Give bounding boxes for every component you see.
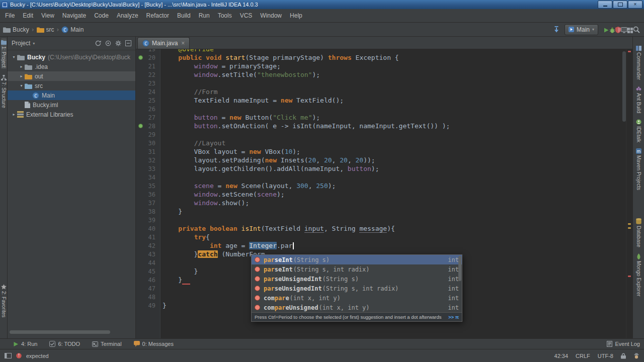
code-text: button = new Button("Click me");	[160, 114, 320, 121]
toolwindow-toggle-icon[interactable]	[5, 353, 12, 358]
tool-button-event-log[interactable]: Event Log	[607, 341, 640, 347]
warning-mark[interactable]	[628, 223, 631, 225]
warning-mark[interactable]	[628, 227, 631, 229]
gutter-line-24: 24	[136, 88, 160, 96]
gutter-line-26: 26	[136, 106, 160, 113]
gutter-line-49: 49	[136, 302, 160, 309]
completion-name: compareUnsigned	[264, 304, 318, 311]
tree-item-main[interactable]: CMain	[8, 90, 135, 100]
editor-tab-main-java[interactable]: C Main.java ×	[137, 37, 190, 49]
completion-item-compareunsigned[interactable]: compareUnsigned(int x, int y)int	[252, 303, 462, 312]
menu-item-analyze[interactable]: Analyze	[113, 10, 142, 21]
line-ending-indicator[interactable]: CRLF	[576, 353, 590, 359]
menu-item-run[interactable]: Run	[195, 10, 214, 21]
svg-text:m: m	[636, 149, 640, 154]
menu-item-refactor[interactable]: Refactor	[142, 10, 173, 21]
completion-hint-link[interactable]: >> π	[445, 314, 459, 320]
completion-item-parseint[interactable]: parseInt(String s, int radix)int	[252, 264, 462, 274]
tree-item-idea[interactable]: ▸.idea	[8, 62, 135, 71]
tool-button-1-project[interactable]: 1: Project	[1, 38, 7, 69]
tool-button-7-structure[interactable]: 7: Structure	[1, 75, 7, 108]
maximize-button[interactable]	[613, 1, 627, 9]
menu-item-code[interactable]: Code	[90, 10, 113, 21]
menu-item-window[interactable]: Window	[256, 10, 286, 21]
tool-button-database[interactable]: Database	[636, 218, 641, 247]
line-number: 24	[148, 88, 155, 96]
editor[interactable]: 19 @Override20 public void start(Stage p…	[136, 49, 632, 338]
line-number: 25	[148, 97, 155, 104]
editor-tab-label: Main.java	[152, 40, 178, 47]
tool-button-commander[interactable]: Commander	[636, 46, 641, 80]
project-panel-locate-button[interactable]	[105, 40, 111, 46]
menu-item-vcs[interactable]: VCS	[236, 10, 257, 21]
tool-button-6-todo[interactable]: 6: TODO	[49, 341, 80, 347]
tree-item-src[interactable]: ▾src	[8, 81, 135, 90]
menu-item-navigate[interactable]: Navigate	[58, 10, 90, 21]
tree-expanded-arrow-icon[interactable]: ▾	[18, 83, 25, 88]
minimize-button[interactable]	[598, 1, 612, 9]
tool-button-4-run[interactable]: 4: Run	[13, 341, 37, 347]
method-icon	[255, 295, 260, 301]
tool-button-0-messages[interactable]: 0: Messages	[134, 341, 174, 347]
tool-button-label: Ant Build	[636, 93, 641, 113]
menu-item-build[interactable]: Build	[173, 10, 195, 21]
toolbar-button-search[interactable]	[633, 26, 640, 33]
menu-item-edit[interactable]: Edit	[19, 10, 37, 21]
breadcrumb-item-src[interactable]: src	[37, 26, 54, 33]
tool-button-terminal[interactable]: Terminal	[92, 341, 122, 347]
tool-button-idetalk[interactable]: IDEtalk	[636, 119, 641, 142]
menu-item-help[interactable]: Help	[286, 10, 306, 21]
breadcrumb-item-main[interactable]: CMain	[61, 26, 84, 33]
menu-item-view[interactable]: View	[37, 10, 58, 21]
gutter-line-37: 37	[136, 200, 160, 207]
gutter-marker-icon[interactable]	[138, 124, 143, 128]
project-panel-refresh-button[interactable]	[95, 40, 101, 46]
error-stripe[interactable]	[626, 49, 632, 338]
completion-item-parseint[interactable]: parseInt(String s)int	[252, 255, 462, 264]
toolbar-button-vcs-update[interactable]	[553, 26, 559, 33]
tool-button-maven-projects[interactable]: mMaven Projects	[636, 148, 641, 190]
editor-scrollbar[interactable]	[622, 51, 626, 122]
tree-collapsed-arrow-icon[interactable]: ▸	[18, 64, 25, 69]
chevron-down-icon: ▾	[33, 41, 35, 46]
project-panel-collapse-button[interactable]	[125, 40, 131, 46]
toolbar-button-debug-bug[interactable]	[609, 27, 615, 33]
line-number: 22	[148, 71, 155, 78]
tool-button-2-favorites[interactable]: 2: Favorites	[1, 284, 7, 317]
tree-item-bucky[interactable]: ▾Bucky(C:\Users\Bucky\Desktop\Buck	[8, 52, 135, 62]
completion-item-compare[interactable]: compare(int x, int y)int	[252, 293, 462, 303]
run-configuration-select[interactable]: Main ▾	[565, 24, 598, 35]
lock-icon[interactable]	[621, 353, 626, 359]
error-mark[interactable]	[628, 276, 631, 277]
gutter-marker-icon[interactable]	[138, 55, 143, 60]
completion-item-parseunsignedint[interactable]: parseUnsignedInt(String s)int	[252, 274, 462, 284]
line-number: 19	[148, 49, 155, 53]
completion-item-parseunsignedint[interactable]: parseUnsignedInt(String s, int radix)int	[252, 284, 462, 293]
close-tab-icon[interactable]: ×	[181, 40, 185, 47]
tree-item-out[interactable]: ▸out	[8, 71, 135, 81]
event-log-label: Event Log	[615, 341, 640, 347]
tree-collapsed-arrow-icon[interactable]: ▸	[11, 112, 17, 117]
toolbar-button-run-play[interactable]	[603, 27, 609, 33]
tree-item-bucky-iml[interactable]: Bucky.iml	[8, 100, 135, 110]
tree-item-external-libraries[interactable]: ▸External Libraries	[8, 110, 135, 119]
project-horizontal-scrollbar[interactable]	[10, 330, 110, 334]
tree-collapsed-arrow-icon[interactable]: ▸	[18, 74, 25, 78]
encoding-indicator[interactable]: UTF-8	[598, 353, 613, 359]
tool-button-ant-build[interactable]: Ant Build	[636, 86, 641, 113]
tool-button-mongo-explorer[interactable]: Mongo Explorer	[636, 253, 641, 297]
menu-item-file[interactable]: File	[1, 10, 19, 21]
toolbar-button-monitor[interactable]	[621, 27, 627, 33]
close-button[interactable]: ×	[628, 1, 642, 9]
completion-scrollbar[interactable]	[458, 256, 461, 281]
tree-expanded-arrow-icon[interactable]: ▾	[11, 55, 17, 59]
menu-item-tools[interactable]: Tools	[214, 10, 236, 21]
breadcrumb-item-bucky[interactable]: Bucky	[3, 26, 29, 33]
project-panel-gear-button[interactable]	[115, 40, 121, 46]
code-text: }	[160, 302, 167, 309]
toolbar-button-grid[interactable]	[627, 28, 633, 33]
toolbar-button-coverage[interactable]	[615, 27, 621, 33]
caret-position[interactable]: 42:34	[554, 353, 569, 359]
inspections-profile-icon[interactable]	[633, 353, 639, 359]
project-panel-title[interactable]: Project ▾	[12, 40, 35, 47]
